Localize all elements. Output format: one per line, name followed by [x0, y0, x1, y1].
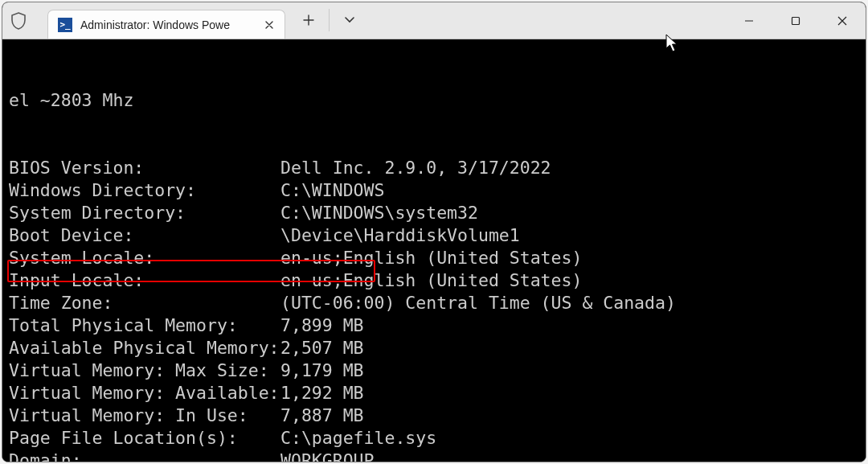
terminal-value: \Device\HarddiskVolume1 [280, 224, 520, 247]
svg-rect-0 [792, 17, 800, 24]
terminal-line: el ~2803 Mhz [9, 89, 859, 112]
terminal-key: Total Physical Memory: [9, 314, 280, 337]
terminal-key: Virtual Memory: Max Size: [9, 359, 280, 382]
terminal-value: C:\pagefile.sys [280, 427, 436, 450]
terminal-line: Input Locale:en-us;English (United State… [9, 269, 859, 292]
terminal-line-highlighted: Total Physical Memory:7,899 MB [9, 314, 859, 337]
maximize-button[interactable] [772, 2, 819, 39]
terminal-key: Available Physical Memory: [9, 337, 280, 359]
terminal-output[interactable]: el ~2803 Mhz BIOS Version:Dell Inc. 2.9.… [2, 39, 866, 462]
terminal-line: System Directory:C:\WINDOWS\system32 [9, 202, 859, 224]
terminal-value: 2,507 MB [280, 337, 364, 359]
terminal-key: System Locale: [9, 247, 280, 269]
terminal-line: Virtual Memory: Max Size:9,179 MB [9, 359, 859, 382]
terminal-value: 9,179 MB [280, 359, 364, 382]
tab-active[interactable]: >_ Administrator: Windows Powe [47, 10, 285, 39]
titlebar-left [2, 2, 43, 39]
powershell-icon: >_ [58, 18, 72, 32]
titlebar: >_ Administrator: Windows Powe [2, 2, 866, 39]
terminal-key: BIOS Version: [9, 157, 280, 179]
terminal-value: 7,899 MB [280, 314, 364, 337]
terminal-key: Input Locale: [9, 269, 280, 292]
terminal-key: Windows Directory: [9, 179, 280, 202]
shield-icon [10, 12, 27, 30]
close-button[interactable] [819, 2, 866, 39]
terminal-key: Virtual Memory: In Use: [9, 404, 280, 427]
terminal-line: Domain:WORKGROUP [9, 450, 859, 462]
terminal-value: 7,887 MB [280, 404, 364, 427]
tab-separator [329, 9, 330, 31]
terminal-key: Page File Location(s): [9, 427, 280, 450]
window-controls [726, 2, 866, 39]
minimize-button[interactable] [726, 2, 772, 39]
terminal-value: Dell Inc. 2.9.0, 3/17/2022 [280, 157, 551, 179]
terminal-line: Available Physical Memory:2,507 MB [9, 337, 859, 359]
terminal-key: Domain: [9, 450, 280, 462]
app-window: >_ Administrator: Windows Powe [2, 2, 866, 462]
tab-title: Administrator: Windows Powe [80, 18, 254, 31]
terminal-value: 1,292 MB [280, 382, 364, 404]
terminal-value: C:\WINDOWS [280, 179, 384, 202]
terminal-line: Time Zone:(UTC-06:00) Central Time (US &… [9, 292, 859, 314]
terminal-line: Virtual Memory: Available:1,292 MB [9, 382, 859, 404]
terminal-line: Virtual Memory: In Use:7,887 MB [9, 404, 859, 427]
terminal-value: C:\WINDOWS\system32 [280, 202, 478, 224]
terminal-line: Windows Directory:C:\WINDOWS [9, 179, 859, 202]
terminal-key: Time Zone: [9, 292, 280, 314]
terminal-line: Boot Device:\Device\HarddiskVolume1 [9, 224, 859, 247]
terminal-value: WORKGROUP [280, 450, 375, 462]
tab-strip: >_ Administrator: Windows Powe [43, 2, 726, 39]
tab-dropdown-button[interactable] [331, 2, 368, 39]
terminal-value: (UTC-06:00) Central Time (US & Canada) [280, 292, 676, 314]
tab-actions [290, 2, 368, 39]
terminal-value: en-us;English (United States) [280, 247, 582, 269]
new-tab-button[interactable] [290, 2, 327, 39]
terminal-line: System Locale:en-us;English (United Stat… [9, 247, 859, 269]
terminal-line: BIOS Version:Dell Inc. 2.9.0, 3/17/2022 [9, 157, 859, 179]
terminal-key: System Directory: [9, 202, 280, 224]
terminal-value: en-us;English (United States) [280, 269, 582, 292]
terminal-key: Boot Device: [9, 224, 280, 247]
terminal-line: Page File Location(s):C:\pagefile.sys [9, 427, 859, 450]
terminal-key: Virtual Memory: Available: [9, 382, 280, 404]
tab-close-icon[interactable] [262, 18, 276, 32]
